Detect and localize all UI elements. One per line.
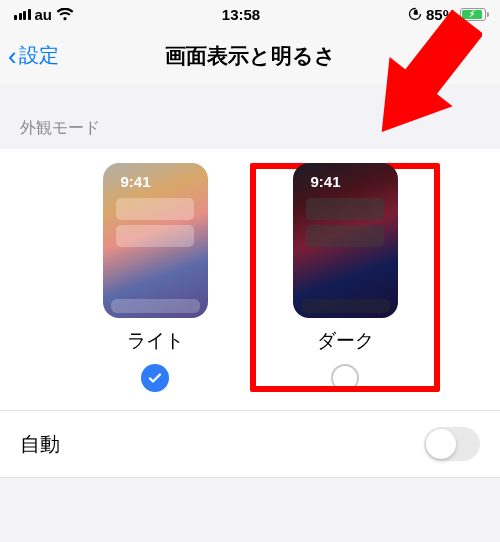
- light-label: ライト: [127, 328, 184, 354]
- clock: 13:58: [222, 6, 260, 23]
- dark-preview: 9:41: [293, 163, 398, 318]
- preview-widget: [306, 198, 384, 220]
- carrier-label: au: [35, 6, 53, 23]
- preview-dock: [301, 299, 390, 313]
- preview-widget: [116, 198, 194, 220]
- preview-time: 9:41: [311, 173, 341, 190]
- battery-percent: 85%: [426, 6, 456, 23]
- back-button[interactable]: ‹ 設定: [0, 42, 59, 69]
- dark-radio-unselected[interactable]: [331, 364, 359, 392]
- dark-label: ダーク: [317, 328, 374, 354]
- status-right: 85% ⚡︎: [408, 6, 486, 23]
- page-title: 画面表示と明るさ: [165, 42, 336, 70]
- auto-label: 自動: [20, 431, 60, 458]
- chevron-left-icon: ‹: [8, 43, 17, 69]
- status-bar: au 13:58 85% ⚡︎: [0, 0, 500, 28]
- appearance-section-header: 外観モード: [0, 84, 500, 149]
- orientation-lock-icon: [408, 7, 422, 21]
- switch-knob: [426, 429, 456, 459]
- checkmark-icon: [147, 370, 163, 386]
- status-left: au: [14, 6, 74, 23]
- preview-dock: [111, 299, 200, 313]
- light-radio-selected[interactable]: [141, 364, 169, 392]
- appearance-mode-group: 9:41 ライト 9:41 ダーク: [0, 149, 500, 410]
- back-label: 設定: [19, 42, 59, 69]
- auto-row: 自動: [0, 410, 500, 478]
- charging-icon: ⚡︎: [469, 10, 475, 19]
- battery-icon: ⚡︎: [460, 8, 486, 21]
- preview-time: 9:41: [121, 173, 151, 190]
- appearance-mode-light[interactable]: 9:41 ライト: [60, 163, 250, 392]
- auto-switch[interactable]: [424, 427, 480, 461]
- wifi-icon: [56, 8, 74, 21]
- preview-widget: [116, 225, 194, 247]
- preview-widget: [306, 225, 384, 247]
- appearance-mode-dark[interactable]: 9:41 ダーク: [250, 163, 440, 392]
- light-preview: 9:41: [103, 163, 208, 318]
- cellular-signal-icon: [14, 9, 31, 20]
- nav-bar: ‹ 設定 画面表示と明るさ: [0, 28, 500, 84]
- screen: au 13:58 85% ⚡︎ ‹ 設定 画面表示と明るさ 外観モード: [0, 0, 500, 542]
